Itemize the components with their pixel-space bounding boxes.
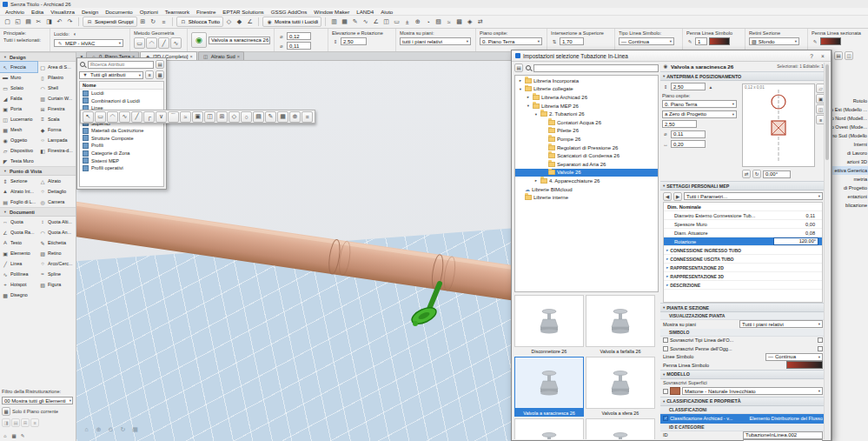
tree-caret-icon[interactable]: ▸ [518, 78, 523, 83]
tool-item[interactable]: ▩ Disegno [0, 290, 37, 300]
attribute-item[interactable]: Strutture Composte [80, 135, 163, 143]
element-dropdown[interactable]: Valvola a saracinesca 26 [209, 37, 270, 44]
pet-palette-icon[interactable]: ◇ [229, 111, 240, 123]
override-linetypes-checkbox[interactable] [663, 337, 668, 343]
tool-item[interactable]: ▲ Alzato Int... [0, 186, 37, 197]
tool-item[interactable]: ▱ Dispositivo [0, 145, 37, 156]
tool-item[interactable]: ⇕ Sezione [0, 176, 37, 186]
menu-item[interactable]: Visualizza [47, 9, 78, 15]
toolbar-icon[interactable]: ◔ [423, 17, 433, 27]
tool-item[interactable]: ✎ Etichetta [37, 237, 75, 248]
toolbar-icon[interactable]: ≡ [159, 17, 169, 27]
toolbar-icon[interactable]: ∿ [361, 17, 370, 27]
navigator-icon[interactable]: ▤ [834, 51, 843, 60]
layer-lock-icon[interactable]: ◐ [71, 30, 78, 37]
selected-element-name[interactable]: Valvola a saracinesca 26 [671, 63, 775, 70]
tool-item[interactable]: ▯ Pilastro [37, 72, 75, 83]
parameter-value[interactable]: 120,00° [773, 237, 818, 245]
next-page-icon[interactable]: ▶ [673, 192, 682, 201]
attribute-type-dropdown[interactable]: ▼ Tutti gli attributi [79, 71, 143, 79]
symbol-pen-field[interactable]: 1 [695, 37, 707, 45]
navigator-item[interactable]: no Nord (Modell... [832, 114, 868, 123]
library-part-thumbnail[interactable]: Valvola a saracinesca 26 [514, 357, 584, 417]
geometry-spline-icon[interactable]: ∿ [170, 37, 182, 49]
organizer-icon[interactable]: ◫ [845, 51, 853, 60]
tree-caret-icon[interactable]: ▸ [533, 178, 539, 183]
toolbar-icon[interactable]: ↶ [55, 17, 64, 27]
navigator-item[interactable]: entazioni [832, 192, 868, 201]
show-on-stories-dropdown[interactable]: tutti i piani relativi [400, 37, 471, 45]
pet-palette-icon[interactable]: ▭ [95, 111, 106, 123]
menu-item[interactable]: Archivio [2, 9, 28, 15]
tool-item[interactable]: ↕ Quota Alti... [37, 217, 75, 227]
stepper-icon[interactable]: ▴ [707, 84, 714, 90]
parameter-value[interactable]: 0,11 [773, 213, 822, 218]
dimension-2-field[interactable]: 0,11 [287, 42, 311, 50]
parameter-filter-dropdown[interactable]: Tutti i Parametri... [684, 192, 823, 200]
tool-item[interactable]: ▬ Muro [0, 72, 37, 83]
menu-item[interactable]: LAND4 [353, 9, 377, 15]
close-icon[interactable]: × [818, 51, 827, 60]
tool-item[interactable]: ▣ Porta [0, 104, 37, 114]
grid-view-icon[interactable]: ▦ [156, 70, 164, 79]
parameter-row[interactable]: ▸ CONNESSIONE INGRESSO TUBO [664, 246, 822, 255]
tool-item[interactable]: ▢ Area di S... [37, 62, 75, 72]
attribute-item[interactable]: Categorie di Zona [80, 150, 163, 157]
prev-page-icon[interactable]: ◀ [663, 192, 672, 201]
navigator-item[interactable]: Interni [832, 140, 868, 149]
pet-palette-icon[interactable]: ▤ [253, 111, 264, 123]
menu-item[interactable]: GSSG AddOns [268, 9, 311, 15]
parameter-row[interactable]: ▸ Diam. Attuatore 0,08 [664, 229, 822, 237]
preview-box[interactable] [742, 84, 815, 167]
surface-material-dropdown[interactable]: Mattone - Naturale Invecchiato [682, 387, 823, 395]
pet-palette-icon[interactable]: ⊞ [216, 111, 228, 123]
classification-checkbox[interactable] [663, 416, 668, 421]
symbol-linetype-dropdown[interactable]: —Continua [619, 37, 674, 45]
pet-palette-icon[interactable]: ≡ [301, 111, 313, 123]
attribute-item[interactable]: Lucidi [80, 90, 163, 97]
scrollbar-thumb[interactable] [825, 64, 829, 160]
tool-item[interactable]: ◤ Testa Muro [0, 156, 37, 166]
attribute-list-header[interactable]: Nome [80, 82, 163, 90]
attribute-search-input[interactable] [88, 61, 154, 69]
dialog-scrollbar[interactable] [824, 63, 830, 439]
navigator-item[interactable]: di Progetto [832, 184, 868, 192]
pet-palette-icon[interactable]: ✎ [265, 111, 276, 123]
diameter-field[interactable]: 0,11 [671, 130, 706, 138]
navigator-item[interactable]: no Ovest (Mode... [832, 123, 868, 131]
parameter-row[interactable]: ▸ Diametro Esterno Connessione Tub... 0,… [664, 211, 822, 220]
toolbar-icon[interactable]: ✂ [34, 17, 43, 27]
cut-pen-color-swatch[interactable] [820, 37, 841, 45]
suspend-groups-button[interactable]: ⊟ Sospendi Gruppi [83, 17, 137, 27]
pet-palette-icon[interactable]: ▦ [277, 111, 288, 123]
toolbox-section-document[interactable]: ▾Documenti [0, 207, 76, 217]
row-checkbox[interactable] [818, 337, 823, 343]
dimension-1-field[interactable]: 0,12 [287, 32, 311, 40]
tree-caret-icon[interactable]: ▾ [533, 112, 539, 117]
tool-item[interactable]: ▨ Retino [37, 248, 75, 258]
menu-item[interactable]: Finestre [193, 9, 219, 15]
section-fill-dropdown[interactable]: ▨Sfondo [749, 37, 799, 45]
library-tree-item[interactable]: ☁ Regolatori di Pressione 26 [515, 144, 658, 152]
toolbar-icon[interactable]: ▩ [454, 17, 464, 27]
host-story-dropdown[interactable]: 0. Piano Terra [662, 100, 737, 108]
grid-icon[interactable]: ▦ [10, 432, 17, 439]
viewport-nav-icon[interactable]: ⌂ [82, 424, 91, 434]
navigator-item[interactable]: no Est (Modello ... [832, 105, 868, 114]
toolbar-icon[interactable]: ◇ [224, 17, 234, 27]
tool-item[interactable]: ○ Arco/Cerc... [37, 258, 75, 269]
toolbar-icon[interactable]: ▢ [3, 17, 12, 27]
attribute-item[interactable]: Profili [80, 142, 163, 150]
library-tree-item[interactable]: ☁ Separatori ad Aria 26 [515, 160, 658, 169]
toolbar-icon[interactable]: ▥ [329, 17, 339, 27]
tool-item[interactable]: + Hotspot [0, 279, 37, 290]
disabled-tool-icon[interactable]: ◨ [2, 418, 10, 427]
library-tree-item[interactable]: ▾ ☁ Librerie collegate [515, 85, 658, 94]
library-tree-item[interactable]: ☁ Librerie BIMcloud [515, 185, 658, 194]
section-preview-placement[interactable]: ▾ ANTEPRIMA E POSIZIONAMENTO [660, 71, 825, 81]
tool-item[interactable]: ☼ Lampada [37, 135, 75, 145]
tool-item[interactable]: ▦ Mesh [0, 124, 37, 135]
tool-item[interactable]: ◠ Shell [37, 83, 75, 93]
toolbar-icon[interactable]: ▧ [434, 17, 443, 27]
length-field[interactable]: 0,20 [671, 140, 706, 148]
